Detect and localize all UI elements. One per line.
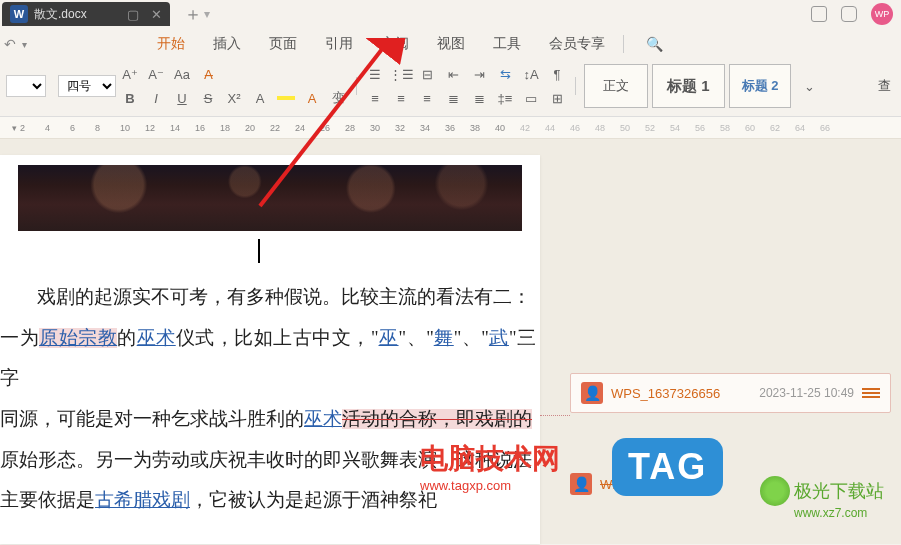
align-justify-button[interactable]: ≣: [443, 88, 463, 108]
link[interactable]: 巫术: [304, 409, 342, 429]
toolbar-divider-1: [356, 77, 357, 95]
user-avatar[interactable]: WP: [871, 3, 893, 25]
style-normal[interactable]: 正文: [584, 64, 648, 108]
comment-time: 2023-11-25 10:49: [759, 386, 854, 400]
ruler-tick: 36: [445, 123, 455, 133]
ruler-tick: 62: [770, 123, 780, 133]
text: 一为: [0, 328, 39, 348]
box-icon[interactable]: [841, 6, 857, 22]
ruler-tick: 52: [645, 123, 655, 133]
ruler-tick: 2: [20, 123, 25, 133]
phonetic-button[interactable]: 变: [328, 88, 348, 108]
page[interactable]: 戏剧的起源实不可考，有多种假说。比较主流的看法有二： 一为原始宗教的巫术仪式，比…: [0, 155, 540, 544]
document-area: 戏剧的起源实不可考，有多种假说。比较主流的看法有二： 一为原始宗教的巫术仪式，比…: [0, 139, 901, 544]
document-tab[interactable]: W 散文.docx ▢ ✕: [2, 2, 170, 26]
ruler-tick: 24: [295, 123, 305, 133]
style-heading2[interactable]: 标题 2: [729, 64, 792, 108]
change-case-button[interactable]: Aa: [172, 64, 192, 84]
indent-button[interactable]: ⇥: [469, 64, 489, 84]
multilevel-button[interactable]: ⊟: [417, 64, 437, 84]
undo-button[interactable]: ↶: [4, 36, 16, 52]
font-family-select[interactable]: [6, 75, 46, 97]
style-heading1[interactable]: 标题 1: [652, 64, 725, 108]
show-marks-button[interactable]: ¶: [547, 64, 567, 84]
superscript-button[interactable]: X²: [224, 88, 244, 108]
ruler-tick: 18: [220, 123, 230, 133]
line-spacing-button[interactable]: ‡≡: [495, 88, 515, 108]
panel-icon[interactable]: [811, 6, 827, 22]
styles-more-icon[interactable]: ⌄: [799, 76, 819, 96]
tab-expand-icon[interactable]: ▢: [127, 7, 139, 22]
comment-card[interactable]: 👤 WPS_1637326656 2023-11-25 10:49: [570, 373, 891, 413]
ruler-tick: 4: [45, 123, 50, 133]
shading-button[interactable]: ▭: [521, 88, 541, 108]
toolbar-divider-2: [575, 77, 576, 95]
align-right-button[interactable]: ≡: [417, 88, 437, 108]
font-grow-button[interactable]: A⁺: [120, 64, 140, 84]
highlight-button[interactable]: [276, 88, 296, 108]
find-button[interactable]: 查: [878, 77, 891, 95]
ruler-tick: 14: [170, 123, 180, 133]
menu-page[interactable]: 页面: [255, 35, 311, 53]
strike-button[interactable]: S: [198, 88, 218, 108]
revised-link[interactable]: 原始宗教: [39, 328, 117, 348]
link[interactable]: 巫术: [137, 328, 176, 348]
align-center-button[interactable]: ≡: [391, 88, 411, 108]
toolbar: 四号 A⁺ A⁻ Aa A̶ B I U S X² A A 变 ☰ ⋮☰ ⊟ ⇤…: [0, 60, 901, 117]
tab-actions: ▢ ✕: [127, 7, 162, 22]
text-effect-button[interactable]: A: [250, 88, 270, 108]
new-tab-button[interactable]: ＋: [184, 2, 202, 26]
menu-start[interactable]: 开始: [143, 35, 199, 53]
comment-author: WPS_1637326656: [600, 477, 709, 492]
tab-title: 散文.docx: [34, 6, 87, 23]
align-left-button[interactable]: ≡: [365, 88, 385, 108]
menu-insert[interactable]: 插入: [199, 35, 255, 53]
menu-tools[interactable]: 工具: [479, 35, 535, 53]
outdent-button[interactable]: ⇤: [443, 64, 463, 84]
link[interactable]: 武: [489, 328, 509, 348]
font-size-select[interactable]: 四号: [58, 75, 116, 97]
ruler-tick: 34: [420, 123, 430, 133]
ruler-tick: 64: [795, 123, 805, 133]
comment-card[interactable]: 👤 WPS_1637326656: [570, 473, 891, 495]
ruler-tick: 20: [245, 123, 255, 133]
link[interactable]: 古希腊戏剧: [95, 490, 190, 510]
menu-divider: [623, 35, 624, 53]
tab-close-icon[interactable]: ✕: [151, 7, 162, 22]
menu-view[interactable]: 视图: [423, 35, 479, 53]
undo-dropdown-icon[interactable]: ▾: [22, 39, 27, 50]
link[interactable]: 巫: [379, 328, 399, 348]
menu-vip[interactable]: 会员专享: [535, 35, 619, 53]
ruler-marker-icon[interactable]: ▾: [12, 123, 17, 133]
text: ，它被认为是起源于酒神祭祀: [190, 490, 437, 510]
comment-menu-icon[interactable]: [862, 386, 880, 400]
align-distribute-button[interactable]: ≣: [469, 88, 489, 108]
menu-reference[interactable]: 引用: [311, 35, 367, 53]
sort-button[interactable]: ↕A: [521, 64, 541, 84]
text: 仪式，比如上古中文，": [176, 328, 379, 348]
document-text[interactable]: 戏剧的起源实不可考，有多种假说。比较主流的看法有二： 一为原始宗教的巫术仪式，比…: [0, 277, 540, 521]
ruler[interactable]: ▾ 2 4 6 8 10 12 14 16 18 20 22 24 26 28 …: [0, 117, 901, 139]
link[interactable]: 舞: [434, 328, 454, 348]
menu-review[interactable]: 审阅: [367, 35, 423, 53]
numbering-button[interactable]: ⋮☰: [391, 64, 411, 84]
font-color-button[interactable]: A: [302, 88, 322, 108]
italic-button[interactable]: I: [146, 88, 166, 108]
bullets-button[interactable]: ☰: [365, 64, 385, 84]
tab-settings-button[interactable]: ⇆: [495, 64, 515, 84]
font-shrink-button[interactable]: A⁻: [146, 64, 166, 84]
borders-button[interactable]: ⊞: [547, 88, 567, 108]
underline-button[interactable]: U: [172, 88, 192, 108]
ruler-tick: 8: [95, 123, 100, 133]
document-image[interactable]: [18, 165, 522, 231]
bold-button[interactable]: B: [120, 88, 140, 108]
ruler-tick: 50: [620, 123, 630, 133]
clear-format-button[interactable]: A̶: [198, 64, 218, 84]
search-icon[interactable]: 🔍: [646, 36, 663, 52]
new-tab-dropdown-icon[interactable]: ▾: [204, 7, 210, 21]
ruler-tick: 40: [495, 123, 505, 133]
ruler-tick: 12: [145, 123, 155, 133]
ruler-tick: 38: [470, 123, 480, 133]
ruler-tick: 10: [120, 123, 130, 133]
ruler-tick: 26: [320, 123, 330, 133]
